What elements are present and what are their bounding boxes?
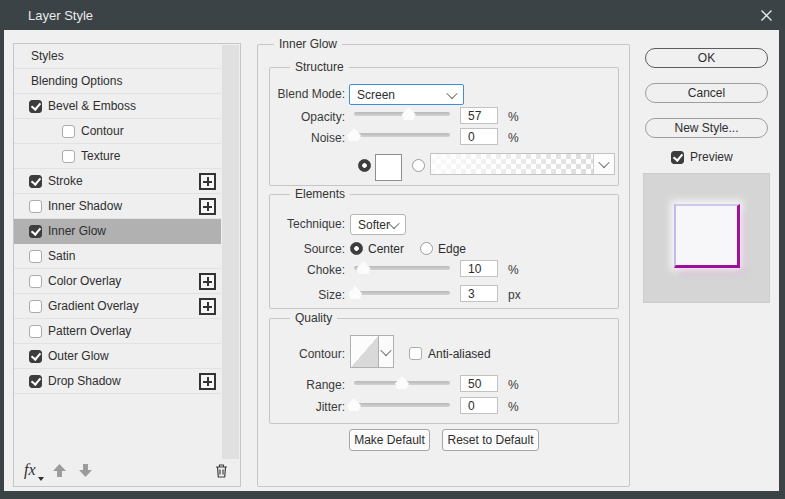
opacity-input[interactable] [460,107,498,124]
style-checkbox[interactable] [29,375,42,388]
anti-aliased-label[interactable]: Anti-aliased [428,347,491,361]
style-checkbox[interactable] [62,125,75,138]
range-label: Range: [270,378,345,392]
jitter-input[interactable] [460,397,498,414]
sidebar-item-contour[interactable]: Contour [14,119,221,144]
jitter-slider-thumb[interactable] [347,398,362,411]
gradient-picker[interactable] [430,153,615,175]
move-effect-down-button[interactable] [78,463,94,479]
sidebar-item-satin[interactable]: Satin [14,244,221,269]
range-input[interactable] [460,375,498,392]
sidebar-item-label: Contour [81,124,124,138]
sidebar-item-inner-glow[interactable]: Inner Glow [14,219,221,244]
range-slider[interactable] [354,381,450,385]
gradient-dropdown-arrow[interactable] [593,154,614,174]
gradient-preview[interactable] [431,154,593,174]
close-button[interactable] [755,4,777,26]
new-style-button[interactable]: New Style... [645,118,768,138]
noise-slider-thumb[interactable] [347,128,362,141]
trash-icon [214,463,229,479]
jitter-label: Jitter: [270,400,345,414]
glow-color-swatch[interactable] [375,154,402,181]
range-slider-thumb[interactable] [395,376,410,389]
fill-color-radio[interactable] [358,159,371,172]
sidebar-item-inner-shadow[interactable]: Inner Shadow [14,194,221,219]
add-effect-button[interactable] [199,273,216,290]
reset-to-default-button[interactable]: Reset to Default [442,429,539,451]
opacity-slider[interactable] [354,112,450,116]
style-checkbox[interactable] [29,225,42,238]
move-effect-up-button[interactable] [52,463,68,479]
fx-menu-button[interactable]: fx [24,461,46,481]
contour-label: Contour: [270,347,345,361]
jitter-slider[interactable] [354,403,450,407]
inner-glow-panel: Inner Glow Structure Blend Mode: Screen … [257,44,630,487]
sidebar-item-label: Styles [31,49,64,63]
size-input[interactable] [460,285,498,302]
size-slider[interactable] [354,291,450,295]
size-slider-thumb[interactable] [348,286,363,299]
blend-mode-value: Screen [357,88,395,102]
sidebar-item-styles[interactable]: Styles [14,44,221,69]
sidebar-item-drop-shadow[interactable]: Drop Shadow [14,369,221,394]
delete-effect-button[interactable] [214,463,230,479]
fill-gradient-radio[interactable] [412,159,425,172]
choke-input[interactable] [460,260,498,277]
add-effect-button[interactable] [199,198,216,215]
styles-footer-toolbar: fx [14,457,240,486]
contour-dropdown-arrow[interactable] [379,335,394,368]
add-effect-button[interactable] [199,173,216,190]
sidebar-item-stroke[interactable]: Stroke [14,169,221,194]
sidebar-item-label: Pattern Overlay [48,324,131,338]
sidebar-item-pattern-overlay[interactable]: Pattern Overlay [14,319,221,344]
anti-aliased-checkbox[interactable] [409,347,422,360]
sidebar-item-color-overlay[interactable]: Color Overlay [14,269,221,294]
sidebar-item-blending-options[interactable]: Blending Options [14,69,221,94]
style-checkbox[interactable] [29,350,42,363]
source-center-label[interactable]: Center [368,242,404,256]
technique-dropdown[interactable]: Softer [350,214,406,235]
opacity-slider-thumb[interactable] [401,107,416,120]
cancel-button[interactable]: Cancel [645,83,768,103]
sidebar-item-gradient-overlay[interactable]: Gradient Overlay [14,294,221,319]
add-effect-button[interactable] [199,298,216,315]
noise-slider[interactable] [354,133,450,137]
source-edge-label[interactable]: Edge [438,242,466,256]
make-default-button[interactable]: Make Default [349,429,430,451]
style-checkbox[interactable] [29,275,42,288]
style-checkbox[interactable] [29,250,42,263]
chevron-down-icon [380,344,391,355]
sidebar-item-texture[interactable]: Texture [14,144,221,169]
panel-title: Inner Glow [274,37,342,51]
preview-checkbox[interactable] [671,151,684,164]
blend-mode-dropdown[interactable]: Screen [349,84,464,105]
style-checkbox[interactable] [29,325,42,338]
source-center-radio[interactable] [350,242,363,255]
title-bar[interactable]: Layer Style [0,0,785,30]
style-checkbox[interactable] [29,175,42,188]
contour-picker[interactable] [350,335,394,368]
style-checkbox[interactable] [29,300,42,313]
sidebar-item-label: Drop Shadow [48,374,121,388]
styles-scrollbar[interactable] [222,45,239,459]
preview-label: Preview [690,150,733,164]
quality-group: Quality Contour: Anti-aliased Range: [269,318,619,424]
ok-button[interactable]: OK [645,48,768,68]
noise-unit: % [508,131,519,145]
choke-slider[interactable] [354,266,450,270]
contour-swatch[interactable] [350,335,379,368]
source-edge-radio[interactable] [420,242,433,255]
arrow-down-icon [78,463,93,478]
add-effect-button[interactable] [199,373,216,390]
choke-unit: % [508,263,519,277]
style-checkbox[interactable] [29,100,42,113]
noise-input[interactable] [460,128,498,145]
opacity-label: Opacity: [270,110,345,124]
sidebar-item-outer-glow[interactable]: Outer Glow [14,344,221,369]
style-checkbox[interactable] [62,150,75,163]
arrow-up-icon [52,463,67,478]
sidebar-item-label: Color Overlay [48,274,121,288]
sidebar-item-bevel-emboss[interactable]: Bevel & Emboss [14,94,221,119]
style-checkbox[interactable] [29,200,42,213]
choke-slider-thumb[interactable] [356,261,371,274]
